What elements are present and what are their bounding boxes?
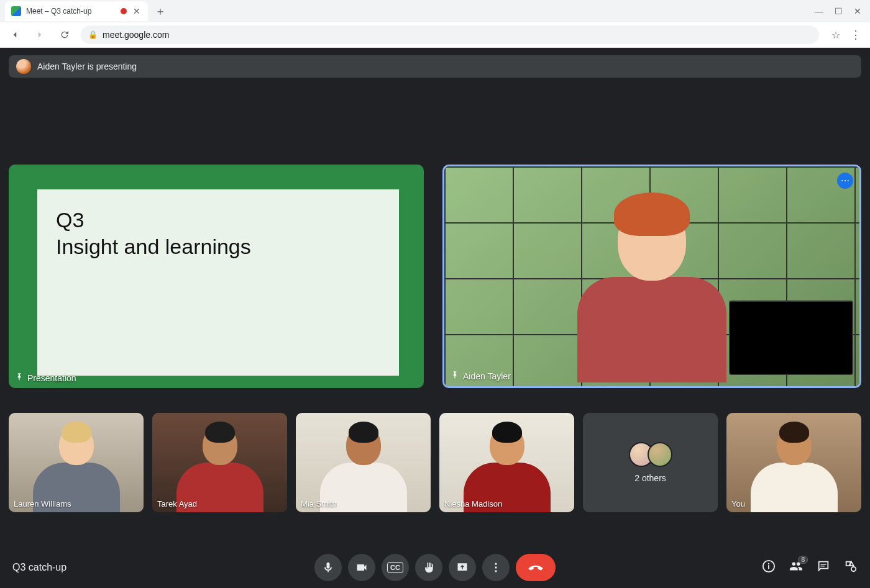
monitor-prop xyxy=(729,301,853,375)
meet-app: Aiden Tayler is presenting Q3 Insight an… xyxy=(0,48,870,588)
speaker-name: Aiden Tayler xyxy=(463,371,511,381)
svg-point-5 xyxy=(768,563,769,564)
browser-tab[interactable]: Meet – Q3 catch-up ✕ xyxy=(5,1,148,21)
back-button[interactable] xyxy=(6,26,24,43)
svg-rect-4 xyxy=(768,565,769,569)
participant-tile[interactable]: Tarek Ayad xyxy=(152,413,287,512)
svg-rect-7 xyxy=(820,566,824,566)
participant-name: Tarek Ayad xyxy=(157,499,197,509)
participant-tile[interactable]: Lauren Williams xyxy=(9,413,144,512)
url-box[interactable]: 🔒 meet.google.com xyxy=(81,25,819,44)
bottom-bar: Q3 catch-up CC 8 xyxy=(0,546,870,588)
tab-title: Meet – Q3 catch-up xyxy=(26,7,116,16)
tab-bar: Meet – Q3 catch-up ✕ ＋ — ☐ ✕ xyxy=(0,0,870,22)
meeting-name: Q3 catch-up xyxy=(12,562,66,573)
meet-favicon xyxy=(11,6,21,16)
svg-point-1 xyxy=(495,566,497,568)
svg-point-2 xyxy=(495,570,497,572)
people-count-badge: 8 xyxy=(798,556,808,564)
mic-button[interactable] xyxy=(314,554,342,581)
cc-icon: CC xyxy=(387,562,403,573)
presenting-banner: Aiden Tayler is presenting xyxy=(9,55,861,78)
others-avatars xyxy=(629,442,672,467)
bookmark-star-icon[interactable]: ☆ xyxy=(831,29,840,41)
speaker-figure xyxy=(571,200,733,386)
window-controls: — ☐ ✕ xyxy=(815,6,870,16)
maximize-icon[interactable]: ☐ xyxy=(835,6,843,16)
participant-tile[interactable]: Mia Smith xyxy=(296,413,431,512)
others-tile[interactable]: 2 others xyxy=(583,413,718,512)
svg-rect-6 xyxy=(820,564,826,564)
self-name: You xyxy=(731,499,745,509)
thumbnail-row: Lauren Williams Tarek Ayad Mia Smith Nie… xyxy=(9,413,861,512)
active-speaker-tile[interactable]: ⋯ Aiden Tayler xyxy=(442,165,861,388)
pin-icon xyxy=(15,373,24,383)
slide-line1: Q3 xyxy=(56,208,380,232)
new-tab-button[interactable]: ＋ xyxy=(152,2,169,20)
speaker-label: Aiden Tayler xyxy=(451,371,511,381)
present-button[interactable] xyxy=(449,554,476,581)
presentation-tile[interactable]: Q3 Insight and learnings Presentation xyxy=(9,165,424,388)
more-options-button[interactable] xyxy=(482,554,510,581)
tile-options-button[interactable]: ⋯ xyxy=(837,173,853,189)
presentation-label: Presentation xyxy=(15,373,76,383)
reload-button[interactable] xyxy=(56,26,73,43)
url-text: meet.google.com xyxy=(103,30,169,40)
forward-button[interactable] xyxy=(31,26,48,43)
meeting-info-button[interactable] xyxy=(762,559,776,576)
chat-button[interactable] xyxy=(817,559,830,576)
participant-name: Lauren Williams xyxy=(14,499,71,509)
captions-button[interactable]: CC xyxy=(382,554,409,581)
lock-icon: 🔒 xyxy=(88,30,98,39)
presenter-avatar xyxy=(16,59,31,74)
pin-icon xyxy=(451,371,459,381)
control-center: CC xyxy=(314,554,556,581)
camera-button[interactable] xyxy=(348,554,375,581)
slide-line2: Insight and learnings xyxy=(56,235,380,259)
others-label: 2 others xyxy=(634,473,666,483)
activities-button[interactable] xyxy=(844,559,858,576)
raise-hand-button[interactable] xyxy=(415,554,442,581)
end-call-button[interactable] xyxy=(516,554,556,581)
minimize-icon[interactable]: — xyxy=(815,6,823,16)
participant-tile[interactable]: Niesha Madison xyxy=(439,413,574,512)
browser-menu-icon[interactable]: ⋮ xyxy=(848,28,864,42)
browser-chrome: Meet – Q3 catch-up ✕ ＋ — ☐ ✕ 🔒 meet.goog… xyxy=(0,0,870,48)
participant-name: Niesha Madison xyxy=(444,499,502,509)
recording-dot-icon xyxy=(121,8,127,14)
close-window-icon[interactable]: ✕ xyxy=(854,6,861,16)
address-bar: 🔒 meet.google.com ☆ ⋮ xyxy=(0,22,870,47)
self-tile[interactable]: You xyxy=(726,413,861,512)
svg-point-0 xyxy=(495,563,497,565)
presentation-label-text: Presentation xyxy=(27,373,76,383)
people-button[interactable]: 8 xyxy=(789,559,803,576)
control-right: 8 xyxy=(762,559,858,576)
presentation-slide: Q3 Insight and learnings xyxy=(34,189,399,376)
main-stage: Q3 Insight and learnings Presentation ⋯ … xyxy=(9,165,861,388)
participant-name: Mia Smith xyxy=(301,499,337,509)
presenting-text: Aiden Tayler is presenting xyxy=(37,61,137,71)
close-tab-icon[interactable]: ✕ xyxy=(132,6,142,16)
